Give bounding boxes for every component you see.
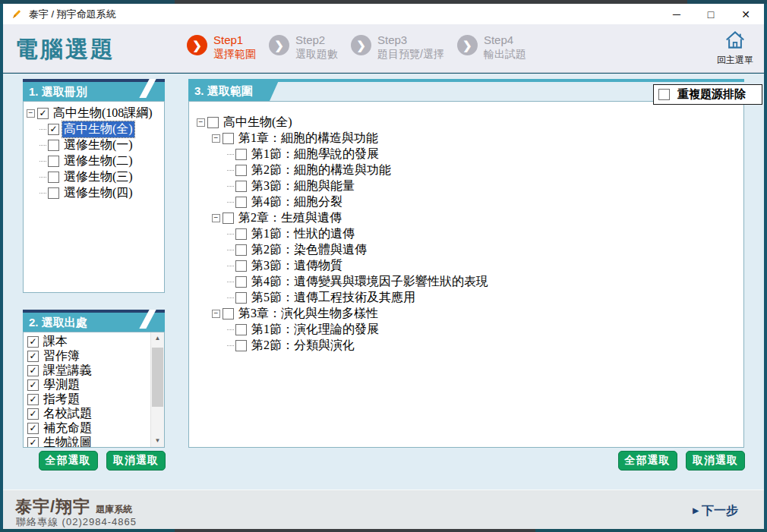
tree-connector <box>227 186 234 187</box>
tree-checkbox[interactable] <box>223 133 234 144</box>
tree-row: 第4節：細胞分裂 <box>189 194 743 210</box>
tree-checkbox[interactable] <box>235 244 247 256</box>
tree-label[interactable]: 第4節：細胞分裂 <box>250 194 344 210</box>
source-deselect-button[interactable]: 取消選取 <box>106 451 166 471</box>
tree-checkbox[interactable] <box>223 212 234 224</box>
tree-label[interactable]: 第1節：性狀的遺傳 <box>250 226 356 242</box>
tree-connector <box>227 250 234 250</box>
source-checkbox[interactable]: ✓ <box>27 394 39 405</box>
tree-checkbox[interactable] <box>235 260 247 272</box>
tree-label[interactable]: 選修生物(四) <box>62 185 134 201</box>
tree-row: 第4節：遺傳變異與環境因子影響性狀的表現 <box>189 274 743 290</box>
tree-label[interactable]: 第3節：遺傳物質 <box>250 258 344 274</box>
source-checkbox[interactable]: ✓ <box>27 423 39 434</box>
tree-checkbox[interactable] <box>235 340 247 351</box>
source-label[interactable]: 習作簿 <box>42 348 81 364</box>
tree-checkbox[interactable]: ✓ <box>48 124 59 135</box>
scroll-down-icon[interactable]: ▼ <box>151 435 164 447</box>
scope-select-all-button[interactable]: 全部選取 <box>618 451 677 471</box>
step-step4[interactable]: ❯Step4輸出試題 <box>457 33 526 61</box>
source-checkbox[interactable]: ✓ <box>27 336 39 348</box>
source-item: ✓名校試題 <box>24 407 164 421</box>
source-checkbox[interactable]: ✓ <box>27 351 39 362</box>
tree-label[interactable]: 第2章：生殖與遺傳 <box>237 210 343 226</box>
tree-checkbox[interactable] <box>235 276 247 288</box>
tree-label[interactable]: 第3節：細胞與能量 <box>250 178 356 194</box>
scope-deselect-button[interactable]: 取消選取 <box>686 451 745 471</box>
collapse-icon[interactable]: − <box>197 118 205 127</box>
source-select-all-button[interactable]: 全部選取 <box>39 451 98 471</box>
tree-label[interactable]: 第3章：演化與生物多樣性 <box>237 306 380 322</box>
tree-checkbox[interactable] <box>235 165 247 176</box>
tree-checkbox[interactable] <box>48 140 59 151</box>
tree-label[interactable]: 第2節：染色體與遺傳 <box>250 242 368 258</box>
panel-source-header: 2. 選取出處 <box>23 310 165 332</box>
close-button[interactable]: ✕ <box>741 8 750 20</box>
source-scrollbar[interactable]: ▲ ▼ <box>150 332 164 447</box>
tree-checkbox[interactable] <box>223 308 234 320</box>
source-checkbox[interactable]: ✓ <box>27 365 39 376</box>
tree-label[interactable]: 第2節：分類與演化 <box>250 338 356 354</box>
tree-checkbox[interactable] <box>48 172 59 183</box>
source-item: ✓生物說圖 <box>24 436 164 448</box>
collapse-icon[interactable]: − <box>212 214 220 222</box>
step-step1[interactable]: ❯Step1選擇範圍 <box>187 33 256 61</box>
collapse-icon[interactable]: − <box>27 109 35 118</box>
collapse-icon[interactable]: − <box>212 310 220 318</box>
tree-row: 選修生物(二) <box>24 153 164 169</box>
source-checkbox[interactable]: ✓ <box>27 379 39 391</box>
tree-label[interactable]: 第1章：細胞的構造與功能 <box>237 131 380 146</box>
tree-row: 第1節：演化理論的發展 <box>189 322 743 338</box>
tree-label[interactable]: 選修生物(一) <box>62 137 134 153</box>
tree-checkbox[interactable] <box>235 149 247 160</box>
footer: 泰宇/翔宇題庫系統 聯絡專線 (02)2984-4865 ▶下一步 <box>3 490 764 529</box>
scroll-up-icon[interactable]: ▲ <box>151 332 164 345</box>
source-label[interactable]: 學測題 <box>42 377 81 393</box>
tree-label[interactable]: 第1節：細胞學說的發展 <box>250 146 380 162</box>
source-label[interactable]: 課堂講義 <box>42 363 93 379</box>
source-label[interactable]: 名校試題 <box>42 406 93 422</box>
tree-connector <box>227 170 234 171</box>
tree-checkbox[interactable] <box>235 324 247 335</box>
source-checkbox[interactable]: ✓ <box>27 408 39 420</box>
next-step-button[interactable]: ▶下一步 <box>693 503 738 519</box>
tree-checkbox[interactable] <box>48 156 59 167</box>
tree-checkbox[interactable] <box>48 187 59 199</box>
tree-checkbox[interactable] <box>235 228 247 240</box>
next-arrow-icon: ▶ <box>693 506 699 515</box>
duplicate-filter-box: 重複題源排除 <box>653 84 762 105</box>
tree-label[interactable]: 第2節：細胞的構造與功能 <box>250 162 393 178</box>
tree-label[interactable]: 第5節：遺傳工程技術及其應用 <box>250 290 417 306</box>
window-titlebar: 泰宇 / 翔宇命題系統 ─ □ ✕ <box>3 4 764 24</box>
source-label[interactable]: 指考題 <box>42 392 81 408</box>
maximize-button[interactable]: □ <box>708 8 714 20</box>
source-label[interactable]: 生物說圖 <box>42 435 93 448</box>
tree-checkbox[interactable] <box>235 292 247 304</box>
home-button[interactable]: 回主選單 <box>714 30 756 67</box>
duplicate-filter-label[interactable]: 重複題源排除 <box>676 87 747 102</box>
source-checkbox[interactable]: ✓ <box>27 437 39 448</box>
step-step3[interactable]: ❯Step3題目預覽/選擇 <box>351 33 444 61</box>
tree-label[interactable]: 選修生物(三) <box>62 169 134 185</box>
tree-label[interactable]: 高中生物(全) <box>62 121 134 137</box>
scrollbar-thumb[interactable] <box>152 348 163 407</box>
source-buttons: 全部選取 取消選取 <box>23 451 166 471</box>
tree-row: 選修生物(三) <box>24 169 164 185</box>
tree-checkbox[interactable] <box>235 197 247 208</box>
tree-label[interactable]: 高中生物(全) <box>222 115 294 131</box>
duplicate-filter-checkbox[interactable] <box>658 89 670 100</box>
tree-checkbox[interactable] <box>235 181 247 192</box>
tree-label[interactable]: 高中生物(108課綱) <box>52 105 154 121</box>
tree-label[interactable]: 第4節：遺傳變異與環境因子影響性狀的表現 <box>250 274 490 290</box>
tree-checkbox[interactable] <box>207 117 219 128</box>
collapse-icon[interactable]: − <box>212 134 220 143</box>
panel-book-header: 1. 選取冊別 <box>23 79 165 101</box>
tree-label[interactable]: 選修生物(二) <box>62 153 134 169</box>
minimize-button[interactable]: ─ <box>673 8 680 20</box>
source-label[interactable]: 補充命題 <box>42 420 93 436</box>
step-step2[interactable]: ❯Step2選取題數 <box>269 33 338 61</box>
source-label[interactable]: 課本 <box>42 334 69 350</box>
tree-row: −高中生物(全) <box>189 115 743 131</box>
tree-checkbox[interactable]: ✓ <box>37 108 49 119</box>
tree-label[interactable]: 第1節：演化理論的發展 <box>250 322 380 338</box>
